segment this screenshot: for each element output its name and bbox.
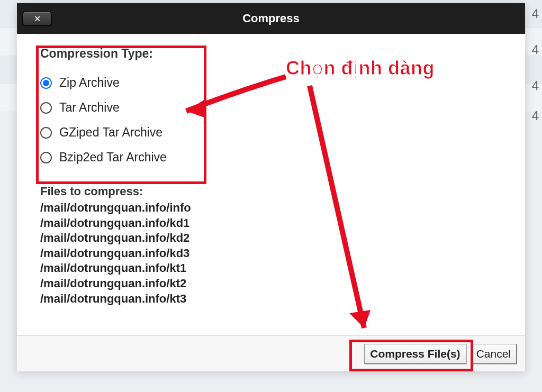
bg-number: 4 — [532, 78, 539, 93]
bg-number: 4 — [532, 6, 539, 21]
dialog-titlebar: ✕ Compress — [17, 3, 525, 34]
radio-label: Bzip2ed Tar Archive — [59, 150, 167, 165]
radio-label: GZiped Tar Archive — [59, 125, 162, 140]
files-to-compress-label: Files to compress: — [40, 185, 502, 198]
compress-files-button[interactable]: Compress File(s) — [364, 344, 466, 364]
file-path: /mail/dotrungquan.info/kd3 — [40, 246, 502, 261]
radio-icon — [40, 127, 52, 139]
file-path: /mail/dotrungquan.info/kd1 — [40, 216, 502, 231]
file-path: /mail/dotrungquan.info/kd2 — [40, 231, 502, 246]
bg-number: 4 — [532, 42, 539, 57]
radio-option-bzip2ed-tar[interactable]: Bzip2ed Tar Archive — [40, 145, 502, 170]
radio-icon — [40, 77, 52, 89]
radio-icon — [40, 152, 52, 163]
dialog-body: Compression Type: Zip Archive Tar Archiv… — [17, 34, 525, 335]
dialog-footer: Compress File(s) Cancel — [17, 335, 525, 371]
annotation-text: Chọn định dàng — [286, 57, 435, 79]
file-path: /mail/dotrungquan.info/kt1 — [40, 261, 502, 276]
radio-label: Tar Archive — [59, 101, 120, 115]
close-icon: ✕ — [34, 14, 41, 24]
radio-icon — [40, 102, 52, 114]
close-button[interactable]: ✕ — [22, 12, 52, 25]
file-path: /mail/dotrungquan.info/kt3 — [40, 291, 502, 307]
radio-option-tar[interactable]: Tar Archive — [40, 95, 502, 120]
file-path: /mail/dotrungquan.info/kt2 — [40, 276, 502, 291]
bg-number: 4 — [532, 108, 539, 123]
file-path: /mail/dotrungquan.info/info — [40, 200, 502, 216]
compress-dialog: ✕ Compress Compression Type: Zip Archive… — [17, 3, 525, 371]
radio-option-gziped-tar[interactable]: GZiped Tar Archive — [40, 120, 502, 145]
compression-type-group: Zip Archive Tar Archive GZiped Tar Archi… — [40, 70, 502, 170]
dialog-title: Compress — [17, 12, 525, 25]
file-list: /mail/dotrungquan.info/info /mail/dotrun… — [40, 200, 502, 306]
radio-label: Zip Archive — [59, 76, 120, 90]
cancel-button[interactable]: Cancel — [471, 344, 517, 364]
